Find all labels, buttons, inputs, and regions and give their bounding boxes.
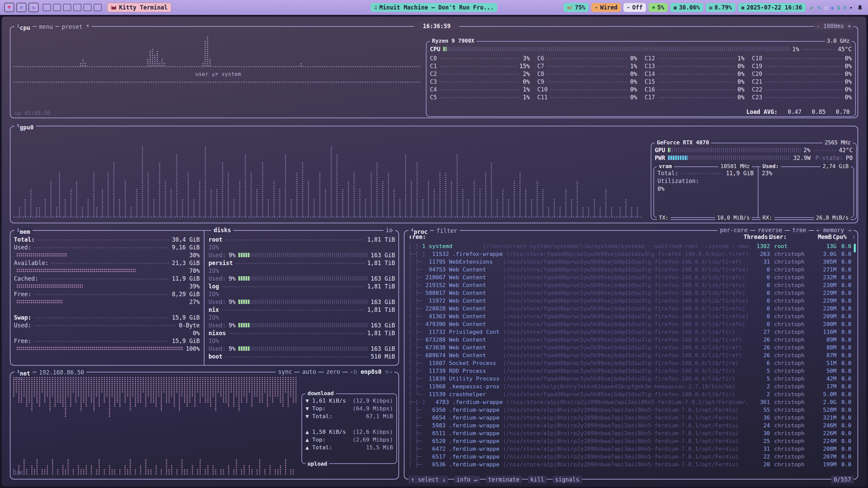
proc-row[interactable]: │ ├─ 219152 Web Content (/nix/store/fqad…: [405, 281, 857, 289]
proc-name: 6472 .ferdium-wrappe: [426, 446, 503, 452]
proc-cmdline: (/nix/store/fqadd0bprwc5yw5k99xajbdqd1dz…: [503, 290, 745, 296]
proc-row[interactable]: [-]-1 systemd (/run/current-system/syste…: [405, 242, 857, 250]
iface-switcher[interactable]: ←b enp8s0 n→: [348, 368, 394, 375]
gpu-panel-tag[interactable]: 5gpu0: [15, 122, 36, 131]
proc-option-reverse[interactable]: reverse: [755, 226, 785, 234]
filter-button[interactable]: filter: [434, 227, 459, 235]
snowflake-icon[interactable]: ❄: [16, 3, 26, 12]
proc-row[interactable]: │ ├─ 11607 Socket Process (/nix/store/fq…: [405, 359, 857, 367]
proc-row[interactable]: │ ├─ 479390 Web Content (/nix/store/fqad…: [405, 320, 857, 328]
cpu-panel-tag[interactable]: 1cpu: [15, 22, 33, 32]
proc-row[interactable]: │ ├─ 6520 .ferdium-wrappe (/nix/store/a1…: [405, 437, 857, 445]
proc-action-terminate[interactable]: terminate: [486, 476, 522, 483]
proc-row[interactable]: │ ├─ 94753 Web Content (/nix/store/fqadd…: [405, 266, 857, 273]
proc-row[interactable]: │ ├─ 673288 Web Content (/nix/store/fqad…: [405, 336, 857, 344]
proc-row[interactable]: │ ├─ 6511 .ferdium-wrappe (/nix/store/a1…: [405, 429, 857, 437]
proc-user: christoph: [770, 251, 811, 257]
status-pills: ◀)75%⌁Wired✂Off♣5%▦30.06%▤8.79%▣2025-07-…: [564, 3, 806, 12]
proc-row[interactable]: │ ├─ 6517 .ferdium-wrappe (/nix/store/a1…: [405, 453, 857, 461]
proc-cpu: 0.0: [836, 375, 857, 382]
tray-icon-6[interactable]: ▾: [849, 4, 853, 11]
workspace-button[interactable]: [73, 4, 81, 11]
proc-row[interactable]: │ ├─ 6350 .ferdium-wrappe (/nix/store/a1…: [405, 406, 857, 414]
proc-command: │ ├─ 6654 .ferdium-wrappe (/nix/store/a1…: [405, 414, 748, 421]
net-option-zero[interactable]: zero: [324, 368, 342, 375]
proc-row[interactable]: │ ├─ 11732 Privileged Cont (/nix/store/f…: [405, 328, 857, 336]
process-scrollbar[interactable]: [854, 244, 856, 252]
proc-row[interactable]: │ ├─ 673038 Web Content (/nix/store/fqad…: [405, 344, 857, 351]
tray-icon-5[interactable]: ❄: [843, 4, 847, 11]
proc-cmdline: (/nix/store/fqadd0bprwc5yw5k99xajbdqd1dz…: [503, 368, 735, 374]
proc-row[interactable]: │ ├─ 11972 Web Content (/nix/store/fqadd…: [405, 297, 857, 305]
proc-name: 94753 Web Content: [426, 266, 503, 273]
heart-icon[interactable]: ♥: [4, 3, 14, 12]
proc-row[interactable]: │ ├─ 11968 .keepassxc-prox (/nix/store/b…: [405, 383, 857, 390]
proc-row[interactable]: ├─[-] 11532 .firefox-wrappe (/nix/store/…: [405, 250, 857, 258]
network-pill[interactable]: ⌁Wired: [591, 3, 621, 12]
gpu-power-value: 32.9W: [793, 155, 810, 161]
net-option-auto[interactable]: auto: [300, 368, 318, 375]
restart-icon[interactable]: ↻: [28, 3, 39, 12]
cpu-load-pill[interactable]: ♣5%: [649, 3, 668, 12]
preset-button[interactable]: preset *: [59, 23, 92, 30]
network-panel-tag[interactable]: 3net: [15, 368, 33, 377]
proc-row[interactable]: │ ├─ 220028 Web Content (/nix/store/fqad…: [405, 305, 857, 312]
tray-icon-0[interactable]: ✔: [810, 4, 814, 11]
proc-row[interactable]: │ ├─ 5983 .ferdium-wrappe (/nix/store/a1…: [405, 422, 857, 429]
proc-row[interactable]: │ └─ 11539 crashhelper (/nix/store/fqadd…: [405, 390, 857, 398]
net-option-sync[interactable]: sync: [276, 368, 294, 375]
proc-option-tree[interactable]: tree: [790, 226, 809, 234]
core-cell: C100%: [537, 85, 637, 93]
proc-row[interactable]: │ ├─ 11739 RDD Process (/nix/store/fqadd…: [405, 367, 857, 375]
proc-action-info[interactable]: info ↵: [454, 476, 479, 483]
proc-cpu: 0.0: [836, 259, 857, 265]
proc-mem: 528M: [811, 407, 836, 413]
proc-action-kill[interactable]: kill: [528, 476, 547, 483]
proc-row[interactable]: │ ├─ 11839 Utility Process (/nix/store/f…: [405, 375, 857, 383]
io-toggle[interactable]: io: [383, 226, 395, 234]
proc-action-select[interactable]: ↑ select ↓: [409, 476, 448, 483]
workspace-button[interactable]: [43, 4, 51, 11]
proc-user: christoph: [770, 375, 811, 382]
kitty-terminal-button[interactable]: Kitty Terminal: [107, 3, 171, 12]
proc-row[interactable]: │ ├─ 689674 Web Content (/nix/store/fqad…: [405, 351, 857, 359]
cpu-panel: 1cpu menu preset * 16:36:59 - 1000ms + u…: [10, 26, 858, 118]
proc-threads: 6: [748, 360, 770, 366]
music-player-button[interactable]: ♫ Minuit Machine – Don't Run Fro...: [371, 3, 497, 12]
proc-row[interactable]: ├─[-] 4783 .ferdium-wrappe (/nix/store/a…: [405, 398, 857, 406]
clipboard-pill[interactable]: ✂Off: [624, 3, 646, 12]
upload-stat-row: ▲ Top:(2,69 Mibps): [302, 436, 396, 444]
uptime-label: up 01:05:56: [15, 110, 51, 116]
workspace-button[interactable]: [94, 4, 102, 11]
proc-row[interactable]: │ ├─ 41363 Web Content (/nix/store/fqadd…: [405, 312, 857, 320]
proc-cmdline: (/nix/store/fqadd0bprwc5yw5k99xajbdqd1dz…: [506, 251, 748, 257]
proc-action-signals[interactable]: signals: [553, 476, 582, 483]
volume-pill[interactable]: ◀)75%: [564, 3, 589, 12]
proc-row[interactable]: │ ├─ 580017 Web Content (/nix/store/fqad…: [405, 289, 857, 297]
proc-threads: 22: [748, 453, 770, 460]
datetime-pill[interactable]: ▣2025-07-22 16:36: [738, 3, 806, 12]
tray-icon-2[interactable]: ◻: [824, 4, 828, 11]
update-interval-control[interactable]: - 1000ms +: [814, 22, 853, 30]
workspace-button[interactable]: [63, 4, 71, 11]
memory-panel-tag[interactable]: 2mem: [15, 226, 33, 236]
proc-row[interactable]: │ ├─ 6654 .ferdium-wrappe (/nix/store/a1…: [405, 414, 857, 422]
proc-row[interactable]: │ ├─ 11795 WebExtensions (/nix/store/fqa…: [405, 258, 857, 266]
tray-icon-1[interactable]: ∿: [816, 4, 821, 11]
proc-row[interactable]: │ ├─ 6536 .ferdium-wrappe (/nix/store/a1…: [405, 461, 857, 468]
proc-option-memory[interactable]: ← memory →: [814, 226, 853, 234]
memory-pill[interactable]: ▦30.06%: [670, 3, 703, 12]
menu-button[interactable]: menu: [37, 23, 55, 30]
workspace-button[interactable]: [53, 4, 61, 11]
tray-icon-4[interactable]: $: [837, 4, 840, 11]
proc-tree-prefix: │ ├─: [409, 453, 426, 460]
process-panel-tag[interactable]: 4proc: [409, 226, 430, 236]
bell-icon[interactable]: [857, 5, 863, 11]
proc-row[interactable]: │ ├─ 6472 .ferdium-wrappe (/nix/store/a1…: [405, 445, 857, 453]
disk-pill[interactable]: ▤8.79%: [706, 3, 735, 12]
disk-name-row: nix1,81 TiB: [209, 306, 395, 313]
tray-icon-3[interactable]: ◆: [830, 4, 834, 11]
proc-option-per-core[interactable]: per-core: [717, 226, 750, 234]
workspace-button[interactable]: [83, 4, 92, 11]
proc-row[interactable]: │ ├─ 218067 Web Content (/nix/store/fqad…: [405, 273, 857, 281]
